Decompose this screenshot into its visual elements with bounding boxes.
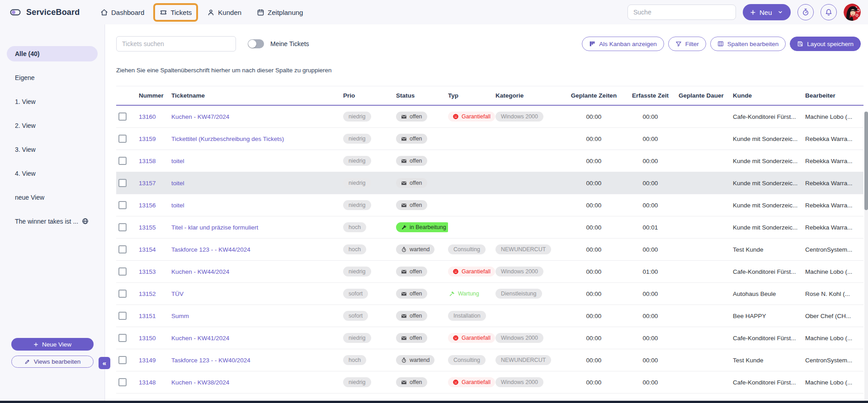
ticket-name-link[interactable]: toitel <box>171 180 184 187</box>
new-button[interactable]: Neu <box>743 4 791 20</box>
ticket-row-13149[interactable]: 13149Taskforce 123 - - KW40/2024hochwart… <box>116 349 863 371</box>
ticket-number-link[interactable]: 13153 <box>139 268 156 275</box>
sidebar-item-the-winner-takes-ist[interactable]: The winner takes ist ... <box>0 209 104 233</box>
ticket-name-link[interactable]: Taskforce 123 - - KW40/2024 <box>171 357 250 364</box>
ticket-number-link[interactable]: 13158 <box>139 158 156 164</box>
ticket-name-link[interactable]: Kuchen - KW41/2024 <box>171 335 229 342</box>
ticket-row-13159[interactable]: 13159Tickettitel (Kurzbeschreibung des T… <box>116 128 863 150</box>
ticket-number-link[interactable]: 13151 <box>139 313 156 319</box>
column-header-nummer[interactable]: Nummer <box>139 92 171 99</box>
sidebar-item-neue-view[interactable]: neue View <box>0 185 104 209</box>
ticket-number-link[interactable]: 13155 <box>139 224 156 231</box>
column-header-kunde[interactable]: Kunde <box>733 92 805 99</box>
ticket-row-13160[interactable]: 13160Kuchen - KW47/2024niedrigoffenGaran… <box>116 106 863 128</box>
ticket-name-link[interactable]: toitel <box>171 158 184 164</box>
sidebar-item-eigene[interactable]: Eigene <box>0 66 104 89</box>
ticket-number-link[interactable]: 13154 <box>139 246 156 253</box>
sidebar-item-1-view[interactable]: 1. View <box>0 89 104 113</box>
cell-select <box>116 334 139 342</box>
scrollbar-thumb[interactable] <box>864 112 868 210</box>
ticket-name-link[interactable]: Kuchen - KW38/2024 <box>171 379 229 386</box>
edit-columns-button[interactable]: Spalten bearbeiten <box>710 37 786 51</box>
column-header-ticketname[interactable]: Ticketname <box>171 92 343 99</box>
ticket-number-link[interactable]: 13149 <box>139 357 156 364</box>
column-header-kategorie[interactable]: Kategorie <box>495 92 566 99</box>
ticket-row-13158[interactable]: 13158toitelniedrigoffen00:0000:00Kunde m… <box>116 150 863 172</box>
ticket-number-link[interactable]: 13157 <box>139 180 156 187</box>
ticket-row-13151[interactable]: 13151SummsofortoffenInstallation00:0000:… <box>116 305 863 327</box>
ticket-name-link[interactable]: Tickettitel (Kurzbeschreibung des Ticket… <box>171 136 284 142</box>
cell-number: 13158 <box>139 158 171 164</box>
ticket-number-link[interactable]: 13160 <box>139 113 156 120</box>
ticket-number-link[interactable]: 13156 <box>139 202 156 209</box>
row-checkbox[interactable] <box>118 223 127 231</box>
ticket-row-13155[interactable]: 13155Titel - klar und präzise formuliert… <box>116 216 863 239</box>
row-checkbox[interactable] <box>118 245 127 253</box>
ticket-row-13152[interactable]: 13152TÜVsofortoffenWartungDienstleistung… <box>116 283 863 305</box>
table-scrollbar[interactable] <box>864 112 868 401</box>
row-checkbox[interactable] <box>118 334 127 342</box>
column-header-geplante-zeiten[interactable]: Geplante Zeiten <box>566 92 622 99</box>
sidebar-item-alle-40[interactable]: Alle (40) <box>0 42 104 66</box>
prio-badge: niedrig <box>343 112 371 122</box>
notifications-button[interactable] <box>821 4 837 20</box>
ticket-row-13157[interactable]: 13157toitelniedrigoffen00:0000:00Kunde m… <box>116 172 863 194</box>
nav-item-dashboard[interactable]: Dashboard <box>96 5 149 20</box>
collapse-sidebar-button[interactable]: « <box>99 357 110 369</box>
nav-item-kunden[interactable]: Kunden <box>203 5 246 20</box>
timer-button[interactable] <box>797 4 814 20</box>
ticket-number-link[interactable]: 13150 <box>139 335 156 342</box>
column-header-erfasste-zeit[interactable]: Erfasste Zeit <box>622 92 679 99</box>
edit-views-button[interactable]: Views bearbeiten <box>11 356 94 368</box>
ticket-name-link[interactable]: Summ <box>171 313 189 319</box>
column-header-status[interactable]: Status <box>396 92 448 99</box>
ticket-number-link[interactable]: 13159 <box>139 136 156 142</box>
row-checkbox[interactable] <box>118 157 127 165</box>
row-checkbox[interactable] <box>118 267 127 276</box>
ticket-row-13154[interactable]: 13154Taskforce 123 - - KW44/2024hochwart… <box>116 239 863 261</box>
save-layout-button[interactable]: Layout speichern <box>790 37 861 51</box>
ticket-search-input[interactable] <box>116 36 236 52</box>
ticket-name-link[interactable]: TÜV <box>171 291 184 297</box>
ticket-number-link[interactable]: 13148 <box>139 379 156 386</box>
ticket-row-13148[interactable]: 13148Kuchen - KW38/2024niedrigoffenGaran… <box>116 371 863 394</box>
row-checkbox[interactable] <box>118 201 127 209</box>
nav-item-zeitplanung[interactable]: Zeitplanung <box>252 5 307 20</box>
kanban-view-button[interactable]: Als Kanban anzeigen <box>582 37 664 51</box>
row-checkbox[interactable] <box>118 179 127 187</box>
row-checkbox[interactable] <box>118 378 127 386</box>
column-header-bearbeiter[interactable]: Bearbeiter <box>805 92 863 99</box>
cell-kategorie: Windows 2000 <box>495 333 566 343</box>
column-header-typ[interactable]: Typ <box>448 92 495 99</box>
row-checkbox[interactable] <box>118 135 127 143</box>
new-view-button[interactable]: Neue View <box>11 338 94 351</box>
column-header-geplante-dauer[interactable]: Geplante Dauer <box>679 92 733 99</box>
global-search-input[interactable] <box>627 5 736 20</box>
row-checkbox[interactable] <box>118 312 127 320</box>
ticket-row-13153[interactable]: 13153Kuchen - KW44/2024niedrigoffenGaran… <box>116 261 863 283</box>
nav-item-tickets[interactable]: Tickets <box>155 5 196 20</box>
ticket-name-link[interactable]: toitel <box>171 202 184 209</box>
column-header-prio[interactable]: Prio <box>343 92 396 99</box>
ticket-number-link[interactable]: 13152 <box>139 291 156 297</box>
sidebar-item-2-view[interactable]: 2. View <box>0 113 104 137</box>
recorded-time-value: 00:00 <box>622 379 679 386</box>
sidebar-item-4-view[interactable]: 4. View <box>0 161 104 185</box>
ticket-name-link[interactable]: Taskforce 123 - - KW44/2024 <box>171 246 250 253</box>
ticket-name-link[interactable]: Kuchen - KW44/2024 <box>171 268 229 275</box>
row-checkbox[interactable] <box>118 112 127 121</box>
envelope-icon <box>401 380 407 385</box>
row-checkbox[interactable] <box>118 290 127 298</box>
ticket-name-link[interactable]: Titel - klar und präzise formuliert <box>171 224 258 231</box>
ticket-row-13150[interactable]: 13150Kuchen - KW41/2024niedrigoffenGaran… <box>116 327 863 349</box>
ticket-row-13156[interactable]: 13156toitelniedrigoffen00:0000:00Kunde m… <box>116 194 863 216</box>
user-avatar[interactable] <box>844 4 861 21</box>
filter-button[interactable]: Filter <box>668 37 706 51</box>
row-checkbox[interactable] <box>118 356 127 364</box>
ticket-name-link[interactable]: Kuchen - KW47/2024 <box>171 113 229 120</box>
my-tickets-label: Meine Tickets <box>270 40 309 47</box>
my-tickets-toggle[interactable] <box>248 39 264 48</box>
prio-badge: hoch <box>343 222 366 232</box>
sidebar-item-3-view[interactable]: 3. View <box>0 137 104 161</box>
cell-select <box>116 135 139 143</box>
